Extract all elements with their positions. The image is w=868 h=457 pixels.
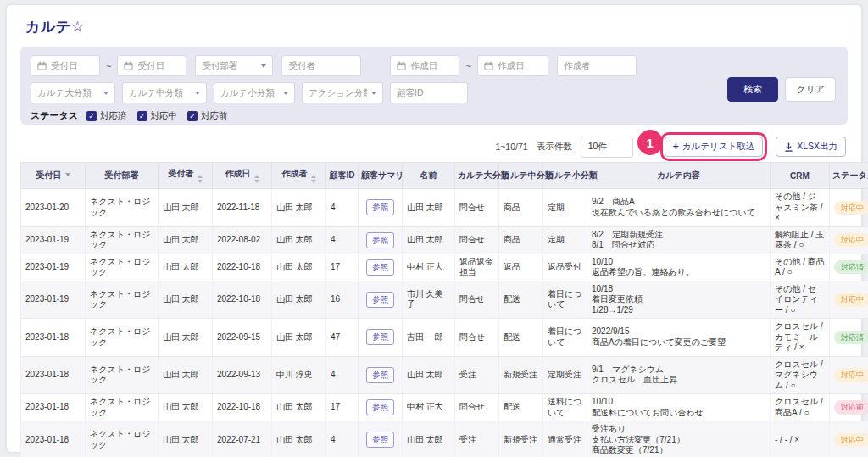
status-checkbox-before[interactable]: ✓ 対応前 [187, 110, 228, 122]
customer-summary-link[interactable]: 参照 [366, 367, 394, 383]
annotation-step-badge: 1 [637, 130, 663, 155]
karte-mid-placeholder: カルテ中分類 [129, 87, 183, 99]
cell-created-date: 2022-07-21 [213, 421, 272, 457]
created-person-input[interactable]: 作成者 [557, 55, 637, 76]
action-category-select[interactable]: アクション分類 [302, 82, 383, 103]
cell-karte-small: 定期受注 [543, 356, 587, 394]
created-date-from-input[interactable]: 作成日 [390, 55, 459, 76]
chevron-down-icon [261, 64, 266, 68]
cell-author: 山田 太郎 [272, 319, 326, 357]
header-created-date[interactable]: 作成日 [213, 163, 272, 189]
header-author[interactable]: 作成者 [272, 163, 326, 189]
page-size-select[interactable]: 10件 [581, 137, 633, 158]
cell-reception-dept: ネクスト・ロジック [86, 226, 159, 254]
filter-row-1: 受付日 ~ 受付日 受付部署 受付者 作成日 ~ 作成日 [31, 55, 837, 76]
clear-button[interactable]: クリア [785, 77, 836, 102]
xlsx-export-button[interactable]: XLSX出力 [776, 137, 846, 157]
cell-status: 対応中 [830, 226, 868, 254]
calendar-icon [397, 61, 406, 70]
customer-summary-link[interactable]: 参照 [366, 292, 394, 308]
header-karte-mid: カルテ中分類 [499, 163, 543, 189]
cell-customer-summary: 参照 [359, 356, 403, 394]
cell-status: 対応中 [830, 421, 868, 457]
cell-customer-id: 16 [326, 281, 359, 319]
reception-person-input[interactable]: 受付者 [281, 55, 361, 76]
cell-reception-dept: ネクスト・ロジック [86, 189, 159, 227]
cell-reception-date: 2023-01-19 [21, 254, 86, 281]
created-date-to-input[interactable]: 作成日 [477, 55, 548, 76]
cell-karte-mid: 返品 [499, 254, 543, 281]
status-checkbox-done[interactable]: ✓ 対応済 [86, 110, 127, 122]
karte-small-category-select[interactable]: カルテ小分類 [214, 82, 295, 103]
cell-crm: その他 / ジャスミン茶 / × [771, 189, 830, 227]
karte-mid-category-select[interactable]: カルテ中分類 [122, 82, 207, 103]
cell-reception-date: 2023-01-18 [21, 394, 86, 421]
karte-table: 受付日 受付部署 受付者 作成日 作成者 顧客ID 顧客サマリ 名前 カルテ大分… [20, 162, 868, 457]
header-customer-summary: 顧客サマリ [359, 163, 403, 189]
customer-summary-link[interactable]: 参照 [366, 259, 394, 276]
cell-status: 対応中 [830, 281, 868, 319]
header-reception-date[interactable]: 受付日 [21, 163, 86, 189]
chevron-down-icon [195, 92, 200, 95]
header-karte-large: カルテ大分類 [455, 163, 499, 189]
status-badge: 対応中 [834, 293, 868, 307]
header-label: ステータス [832, 170, 868, 180]
sort-icon [198, 175, 203, 183]
customer-summary-link[interactable]: 参照 [366, 232, 394, 248]
cell-created-date: 2022-10-18 [213, 394, 272, 421]
checkbox-checked-icon: ✓ [86, 111, 97, 121]
cell-reception-dept: ネクスト・ロジック [86, 254, 159, 281]
table-header-row: 受付日 受付部署 受付者 作成日 作成者 顧客ID 顧客サマリ 名前 カルテ大分… [21, 163, 868, 189]
import-karte-list-label: カルテリスト取込 [682, 141, 754, 153]
reception-dept-select[interactable]: 受付部署 [195, 55, 273, 76]
reception-person-placeholder: 受付者 [288, 60, 315, 72]
cell-crm: - / - / × [771, 421, 830, 457]
cell-reception-date: 2023-01-18 [21, 356, 86, 394]
table-row: 2023-01-19ネクスト・ロジック山田 太郎2022-10-18山田 太郎1… [21, 254, 868, 281]
cell-name: 中村 正大 [403, 394, 455, 421]
reception-date-from-input[interactable]: 受付日 [31, 55, 100, 76]
table-row: 2023-01-18ネクスト・ロジック山田 太郎2022-07-21山田 太郎4… [21, 421, 868, 457]
cell-receptionist: 山田 太郎 [159, 254, 213, 281]
customer-summary-link[interactable]: 参照 [366, 432, 394, 448]
cell-karte-mid: 配送 [499, 319, 543, 357]
customer-summary-link[interactable]: 参照 [366, 199, 394, 215]
cell-karte-small: 定期 [543, 226, 587, 254]
cell-status: 対応前 [830, 394, 868, 421]
cell-customer-summary: 参照 [359, 421, 403, 457]
cell-name: 吉田 一郎 [403, 319, 455, 357]
page-size-label: 表示件数 [537, 141, 572, 153]
cell-reception-dept: ネクスト・ロジック [86, 421, 159, 457]
annotation-wrap: 1 + カルテリスト取込 [660, 132, 768, 161]
status-badge: 対応済 [834, 260, 868, 275]
header-status: ステータス [830, 163, 868, 189]
customer-id-input[interactable]: 顧客ID [390, 82, 468, 103]
result-range-text: 1~10/71 [495, 142, 527, 152]
reception-date-to-input[interactable]: 受付日 [117, 55, 186, 76]
cell-karte-content: 10/10 返品希望の旨、連絡あり。 [587, 254, 771, 281]
cell-created-date: 2022-08-02 [213, 226, 272, 254]
cell-reception-date: 2023-01-18 [21, 421, 86, 457]
status-checkbox-doing[interactable]: ✓ 対応中 [137, 110, 178, 122]
customer-summary-link[interactable]: 参照 [366, 329, 394, 345]
karte-large-placeholder: カルテ大分類 [37, 87, 92, 99]
filter-row-status: ステータス ✓ 対応済 ✓ 対応中 ✓ 対応前 [31, 109, 837, 122]
cell-customer-summary: 参照 [359, 254, 403, 281]
cell-name: 山田 太郎 [403, 421, 455, 457]
import-karte-list-button[interactable]: + カルテリスト取込 [665, 137, 764, 157]
cell-karte-large: 問合せ [455, 226, 499, 254]
chevron-down-icon [103, 92, 108, 95]
search-button[interactable]: 検索 [727, 77, 778, 102]
table-row: 2023-01-19ネクスト・ロジック山田 太郎2022-10-18山田 太郎1… [21, 281, 868, 319]
cell-receptionist: 山田 太郎 [159, 356, 213, 394]
header-customer-id: 顧客ID [326, 163, 359, 189]
header-name: 名前 [403, 163, 455, 189]
customer-summary-link[interactable]: 参照 [366, 399, 394, 415]
cell-customer-summary: 参照 [359, 281, 403, 319]
header-receptionist[interactable]: 受付者 [159, 163, 213, 189]
cell-karte-large: 問合せ [455, 189, 499, 227]
cell-karte-mid: 新規受注 [499, 356, 543, 394]
created-person-placeholder: 作成者 [564, 60, 591, 72]
karte-large-category-select[interactable]: カルテ大分類 [31, 82, 115, 103]
table-row: 2023-01-18ネクスト・ロジック山田 太郎2022-10-18山田 太郎1… [21, 394, 868, 421]
